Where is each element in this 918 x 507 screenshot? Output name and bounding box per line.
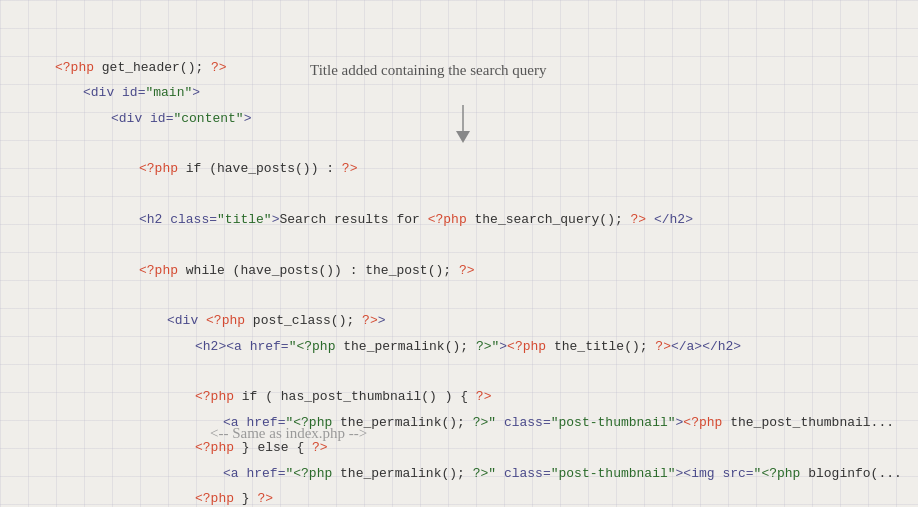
code-line-blank4 bbox=[55, 283, 902, 308]
code-line-blank1 bbox=[55, 131, 902, 156]
code-line-4: <?php if (have_posts()) : ?> bbox=[139, 156, 902, 181]
code-line-2: <div id="main"> bbox=[83, 80, 902, 105]
code-line-13: <?php } ?> bbox=[195, 486, 902, 507]
code-line-1: <?php get_header(); ?> bbox=[55, 55, 902, 80]
code-line-8: <h2><a href="<?php the_permalink(); ?>">… bbox=[195, 334, 902, 359]
code-line-3: <div id="content"> bbox=[111, 106, 902, 131]
comment-bottom: <-- Same as index.php --> bbox=[210, 425, 367, 442]
code-line-6: <?php while (have_posts()) : the_post();… bbox=[139, 258, 902, 283]
code-line-9: <?php if ( has_post_thumbnail() ) { ?> bbox=[195, 384, 902, 409]
code-line-5: <h2 class="title">Search results for <?p… bbox=[139, 207, 902, 232]
code-line-blank5 bbox=[55, 359, 902, 384]
code-line-blank3 bbox=[55, 232, 902, 257]
code-block: <?php get_header(); ?> <div id="main"> <… bbox=[55, 55, 902, 507]
code-line-7: <div <?php post_class(); ?>> bbox=[167, 308, 902, 333]
code-line-12: <a href="<?php the_permalink(); ?>" clas… bbox=[223, 461, 902, 486]
code-line-blank2 bbox=[55, 182, 902, 207]
